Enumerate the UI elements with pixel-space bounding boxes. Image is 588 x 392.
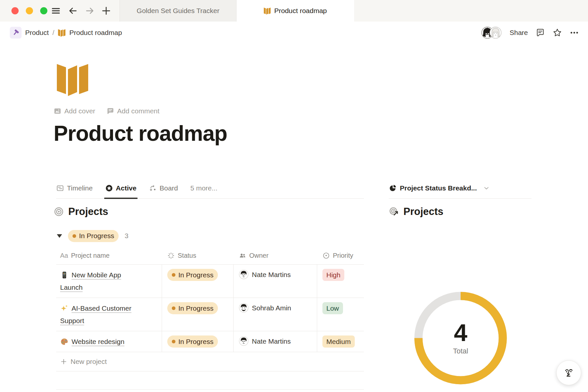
tab-label: Board (160, 184, 178, 192)
tab-timeline[interactable]: Timeline (56, 178, 93, 198)
add-comment-button[interactable]: Add comment (106, 107, 160, 115)
avatar (239, 336, 249, 346)
status-cell: In Progress (162, 331, 234, 352)
tab-label: Product roadmap (274, 7, 327, 15)
owner-name: Sohrab Amin (252, 302, 291, 314)
view-tabs: Timeline Active Board 5 more... (56, 178, 364, 199)
ai-assistant-button[interactable] (556, 360, 581, 385)
breadcrumb-separator: / (52, 29, 54, 37)
status-badge[interactable]: In Progress (167, 269, 218, 281)
app-header: Product / Product roadmap Share (0, 22, 588, 45)
hammer-icon (12, 29, 19, 36)
tab-golden-set-guides-tracker[interactable]: Golden Set Guides Tracker (120, 0, 237, 22)
column-header-owner[interactable]: Owner (234, 247, 317, 264)
text-type-icon: Aa (60, 252, 68, 259)
workspace-icon-box[interactable] (10, 27, 22, 39)
section-title[interactable]: Projects (403, 206, 443, 218)
collapse-toggle-icon[interactable] (57, 234, 62, 238)
status-badge[interactable]: In Progress (167, 302, 218, 314)
ai-face-icon (563, 367, 575, 379)
add-comment-label: Add comment (117, 107, 160, 115)
section-divider (56, 389, 364, 390)
table-row: Website redesign In Progress Nate Martin… (56, 331, 364, 352)
close-window-button[interactable] (11, 7, 19, 14)
minimize-window-button[interactable] (26, 7, 33, 14)
owner-cell[interactable]: Nate Martins (234, 331, 317, 352)
column-header-priority[interactable]: Priority (317, 247, 364, 264)
breadcrumb-root[interactable]: Product (25, 29, 49, 37)
tab-active[interactable]: Active (105, 178, 137, 198)
project-name-cell: New Mobile App Launch (56, 265, 162, 298)
more-views-label: 5 more... (190, 184, 218, 192)
owner-cell[interactable]: Nate Martins (234, 265, 317, 298)
project-icon (60, 337, 69, 346)
project-icon (60, 304, 69, 313)
status-badge[interactable]: In Progress (167, 335, 218, 348)
header-actions: Share (481, 26, 579, 39)
donut-center: 4 Total (414, 292, 507, 384)
projects-section-heading: Projects (54, 206, 108, 218)
column-label: Priority (333, 252, 353, 259)
tab-label: Golden Set Guides Tracker (137, 7, 219, 15)
group-status-badge[interactable]: In Progress (68, 230, 119, 242)
more-views-button[interactable]: 5 more... (190, 178, 218, 198)
menu-icon[interactable] (51, 6, 61, 16)
table-header-row: Aa Project name Status Owner Priority (56, 247, 364, 265)
tab-product-roadmap[interactable]: Product roadmap (237, 0, 354, 22)
priority-badge[interactable]: Low (322, 302, 343, 314)
project-name-link[interactable]: New Mobile App Launch (60, 271, 121, 291)
section-title: Projects (68, 206, 108, 218)
plus-icon (60, 358, 67, 365)
tab-board[interactable]: Board (149, 178, 178, 198)
project-icon (60, 271, 69, 279)
owner-name: Nate Martins (252, 335, 291, 347)
breadcrumb-current[interactable]: Product roadmap (69, 29, 122, 37)
map-icon (58, 29, 66, 37)
avatar (239, 303, 249, 313)
chevron-down-icon[interactable] (483, 185, 490, 192)
status-spinner-icon (167, 252, 175, 259)
comment-icon (106, 107, 114, 115)
collaborator-avatars[interactable] (481, 26, 502, 39)
new-tab-icon[interactable] (101, 6, 111, 16)
status-dot (172, 340, 175, 343)
column-header-project-name[interactable]: Aa Project name (56, 247, 162, 264)
right-view-tab[interactable]: Project Status Breakd... (389, 178, 531, 199)
owner-name: Nate Martins (252, 269, 291, 281)
status-cell: In Progress (162, 265, 234, 298)
table-row: AI-Based Customer Support In Progress So… (56, 298, 364, 331)
comments-icon[interactable] (536, 28, 545, 37)
back-icon[interactable] (68, 6, 78, 16)
new-project-label: New project (71, 358, 107, 366)
more-options-icon[interactable] (570, 28, 579, 37)
page-title[interactable]: Product roadmap (54, 121, 227, 146)
app-window: Golden Set Guides Tracker Product roadma… (0, 0, 588, 392)
priority-cell: Medium (317, 331, 364, 352)
priority-badge[interactable]: High (322, 269, 344, 281)
pie-chart-icon (389, 184, 397, 192)
tab-label: Timeline (67, 184, 93, 192)
window-tab-bar: Golden Set Guides Tracker Product roadma… (0, 0, 588, 22)
add-cover-label: Add cover (64, 107, 95, 115)
chart-section-heading: Projects (389, 206, 443, 218)
add-cover-button[interactable]: Add cover (54, 107, 95, 115)
share-button[interactable]: Share (510, 29, 528, 37)
zoom-window-button[interactable] (40, 7, 47, 14)
priority-icon (322, 252, 330, 259)
project-name-link[interactable]: AI-Based Customer Support (60, 304, 131, 324)
group-count: 3 (124, 232, 128, 240)
timeline-icon (56, 184, 64, 192)
priority-badge[interactable]: Medium (322, 335, 355, 348)
owner-cell[interactable]: Sohrab Amin (234, 298, 317, 331)
project-name-link[interactable]: Website redesign (72, 338, 124, 345)
bullseye-arrow-icon (389, 206, 399, 217)
image-icon (54, 107, 61, 115)
favorite-star-icon[interactable] (553, 28, 562, 37)
page-canvas: Add cover Add comment Product roadmap Ti… (0, 45, 588, 392)
new-project-button[interactable]: New project (56, 352, 364, 371)
map-icon (264, 7, 271, 15)
board-icon (149, 184, 157, 192)
status-cell: In Progress (162, 298, 234, 331)
page-map-icon[interactable] (56, 62, 89, 97)
column-header-status[interactable]: Status (162, 247, 234, 264)
